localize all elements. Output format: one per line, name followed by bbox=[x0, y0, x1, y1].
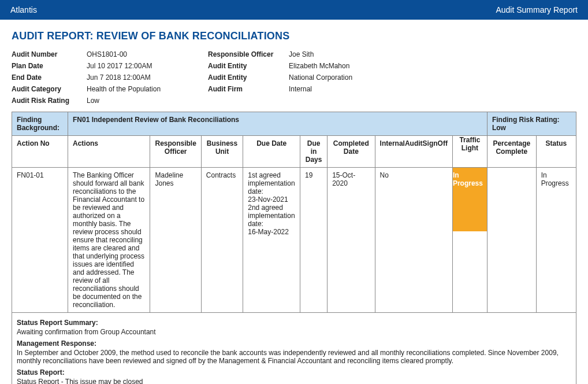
col-due-date: Due Date bbox=[243, 136, 300, 168]
cell-due-date: 1st agreed implementation date: 23-Nov-2… bbox=[243, 168, 300, 313]
cell-signoff: No bbox=[375, 168, 452, 313]
cell-officer: Madeline Jones bbox=[150, 168, 201, 313]
meta-col-right: Responsible OfficerJoe Sith Audit Entity… bbox=[208, 50, 393, 105]
col-completed: Completed Date bbox=[328, 136, 375, 168]
col-percent: Percentage Complete bbox=[487, 136, 536, 168]
cell-due-days: 19 bbox=[300, 168, 328, 313]
cell-completed: 15-Oct-2020 bbox=[328, 168, 375, 313]
col-status: Status bbox=[536, 136, 576, 168]
finding-bg-label: Finding Background: bbox=[12, 112, 68, 136]
meta-label: Audit Entity bbox=[208, 62, 289, 70]
meta-value: Elizabeth McMahon bbox=[289, 62, 393, 70]
mr-label: Management Response: bbox=[17, 339, 571, 348]
report-content: AUDIT REPORT: REVIEW OF BANK RECONCILIAT… bbox=[0, 20, 588, 384]
audit-table: Finding Background: FN01 Independent Rev… bbox=[12, 112, 576, 384]
srs-text: Awaiting confirmation from Group Account… bbox=[17, 328, 571, 336]
report-title: AUDIT REPORT: REVIEW OF BANK RECONCILIAT… bbox=[12, 30, 576, 42]
col-bu: Business Unit bbox=[201, 136, 243, 168]
app-name: Atlantis bbox=[10, 5, 37, 14]
meta-label: Audit Number bbox=[12, 50, 87, 58]
cell-action-no: FN01-01 bbox=[12, 168, 68, 313]
meta-value: Joe Sith bbox=[289, 50, 393, 58]
cell-status: In Progress bbox=[536, 168, 576, 313]
meta-value: Jun 7 2018 12:00AM bbox=[87, 73, 191, 82]
meta-label: Audit Firm bbox=[208, 85, 289, 93]
cell-bu: Contracts bbox=[201, 168, 243, 313]
col-due-days: Due in Days bbox=[300, 136, 328, 168]
meta-label: Audit Entity bbox=[208, 73, 289, 82]
cell-traffic: In Progress bbox=[452, 168, 487, 313]
col-signoff: InternalAuditSignOff bbox=[375, 136, 452, 168]
table-row: FN01-01 The Banking Officer should forwa… bbox=[12, 168, 576, 313]
notes-block: Status Report Summary: Awaiting confirma… bbox=[12, 313, 576, 385]
meta-value: Jul 10 2017 12:00AM bbox=[87, 62, 191, 70]
table-header-row: Action No Actions Responsible Officer Bu… bbox=[12, 136, 576, 168]
meta-label: Audit Risk Rating bbox=[12, 97, 87, 105]
mr-text: In September and October 2009, the metho… bbox=[17, 349, 571, 365]
traffic-badge: In Progress bbox=[453, 168, 487, 231]
col-officer: Responsible Officer bbox=[150, 136, 201, 168]
sr-label: Status Report: bbox=[17, 368, 571, 376]
col-traffic: Traffic Light bbox=[452, 136, 487, 168]
cell-actions: The Banking Officer should forward all b… bbox=[68, 168, 150, 313]
top-bar: Atlantis Audit Summary Report bbox=[0, 0, 588, 20]
meta-label: Audit Category bbox=[12, 85, 87, 93]
meta-value: Low bbox=[87, 97, 191, 105]
page-header-title: Audit Summary Report bbox=[496, 5, 578, 14]
meta-value: National Corporation bbox=[289, 73, 393, 82]
meta-col-left: Audit NumberOHS1801-00 Plan DateJul 10 2… bbox=[12, 50, 191, 105]
meta-label: End Date bbox=[12, 73, 87, 82]
col-actions: Actions bbox=[68, 136, 150, 168]
cell-percent bbox=[487, 168, 536, 313]
finding-row: Finding Background: FN01 Independent Rev… bbox=[12, 112, 576, 136]
srs-label: Status Report Summary: bbox=[17, 319, 571, 327]
meta-label: Responsible Officer bbox=[208, 50, 289, 58]
meta-label: Plan Date bbox=[12, 62, 87, 70]
meta-grid: Audit NumberOHS1801-00 Plan DateJul 10 2… bbox=[12, 50, 576, 105]
sr-text: Status Report - This issue may be closed bbox=[17, 378, 571, 384]
finding-bg-text: FN01 Independent Review of Bank Reconcil… bbox=[68, 112, 487, 136]
meta-value: OHS1801-00 bbox=[87, 50, 191, 58]
meta-value: Internal bbox=[289, 85, 393, 93]
finding-risk: Finding Risk Rating: Low bbox=[487, 112, 576, 136]
col-action-no: Action No bbox=[12, 136, 68, 168]
notes-row: Status Report Summary: Awaiting confirma… bbox=[12, 313, 576, 385]
meta-value: Health of the Population bbox=[87, 85, 191, 93]
